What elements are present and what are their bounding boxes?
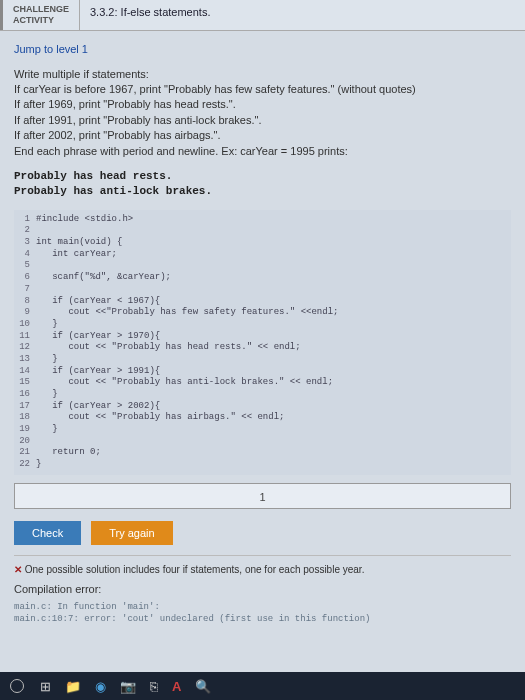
cortana-icon[interactable] (8, 677, 26, 695)
code-line: 17 if (carYear > 2002){ (14, 401, 511, 413)
code-line: 6 scanf("%d", &carYear); (14, 272, 511, 284)
code-line: 9 cout <<"Probably has few safety featur… (14, 307, 511, 319)
code-line: 11 if (carYear > 1970){ (14, 331, 511, 343)
code-line: 20 (14, 436, 511, 448)
compile-error-output: main.c: In function 'main': main.c:10:7:… (14, 601, 511, 626)
error-x-icon: ✕ (14, 564, 25, 575)
code-line: 15 cout << "Probably has anti-lock brake… (14, 377, 511, 389)
code-line: 14 if (carYear > 1991){ (14, 366, 511, 378)
code-line: 22} (14, 459, 511, 471)
try-again-button[interactable]: Try again (91, 521, 172, 545)
camera-icon[interactable]: 📷 (120, 679, 136, 694)
check-button[interactable]: Check (14, 521, 81, 545)
code-line: 10 } (14, 319, 511, 331)
output-line: Probably has anti-lock brakes. (14, 184, 511, 199)
prompt-text: Write multiple if statements: If carYear… (14, 67, 511, 159)
label-bottom: ACTIVITY (13, 15, 69, 26)
output-line: Probably has head rests. (14, 169, 511, 184)
prompt-line: If after 1969, print "Probably has head … (14, 97, 511, 112)
code-line: 4 int carYear; (14, 249, 511, 261)
feedback-text: One possible solution includes four if s… (25, 564, 365, 575)
code-line: 1#include <stdio.h> (14, 214, 511, 226)
prompt-line: End each phrase with period and newline.… (14, 144, 511, 159)
activity-title: 3.3.2: If-else statements. (80, 0, 220, 30)
error-line: main.c:10:7: error: 'cout' undeclared (f… (14, 613, 511, 626)
prompt-line: Write multiple if statements: (14, 67, 511, 82)
activity-label: CHALLENGE ACTIVITY (0, 0, 80, 30)
chrome-icon[interactable]: ◉ (95, 679, 106, 694)
label-top: CHALLENGE (13, 4, 69, 15)
content-area: Jump to level 1 Write multiple if statem… (0, 31, 525, 638)
compilation-error-title: Compilation error: (14, 583, 511, 595)
error-line: main.c: In function 'main': (14, 601, 511, 614)
code-line: 21 return 0; (14, 447, 511, 459)
activity-header: CHALLENGE ACTIVITY 3.3.2: If-else statem… (0, 0, 525, 31)
code-line: 19 } (14, 424, 511, 436)
code-line: 18 cout << "Probably has airbags." << en… (14, 412, 511, 424)
code-line: 3int main(void) { (14, 237, 511, 249)
button-row: Check Try again (14, 521, 511, 545)
feedback-line: ✕ One possible solution includes four if… (14, 564, 511, 575)
code-line: 7 (14, 284, 511, 296)
prompt-line: If after 1991, print "Probably has anti-… (14, 113, 511, 128)
feedback-panel: ✕ One possible solution includes four if… (14, 555, 511, 626)
task-view-icon[interactable]: ⊞ (40, 679, 51, 694)
letter-a-icon[interactable]: A (172, 679, 181, 694)
answer-input[interactable]: 1 (14, 483, 511, 509)
code-line: 2 (14, 225, 511, 237)
copy-icon[interactable]: ⎘ (150, 679, 158, 694)
jump-to-level-link[interactable]: Jump to level 1 (14, 43, 511, 55)
code-line: 13 } (14, 354, 511, 366)
file-explorer-icon[interactable]: 📁 (65, 679, 81, 694)
prompt-line: If after 2002, print "Probably has airba… (14, 128, 511, 143)
code-line: 12 cout << "Probably has head rests." <<… (14, 342, 511, 354)
taskbar: ⊞ 📁 ◉ 📷 ⎘ A 🔍 (0, 672, 525, 700)
expected-output: Probably has head rests. Probably has an… (14, 169, 511, 200)
search-icon[interactable]: 🔍 (195, 679, 211, 694)
code-line: 5 (14, 260, 511, 272)
code-editor[interactable]: 1#include <stdio.h>23int main(void) {4 i… (14, 210, 511, 475)
code-line: 8 if (carYear < 1967){ (14, 296, 511, 308)
code-line: 16 } (14, 389, 511, 401)
prompt-line: If carYear is before 1967, print "Probab… (14, 82, 511, 97)
